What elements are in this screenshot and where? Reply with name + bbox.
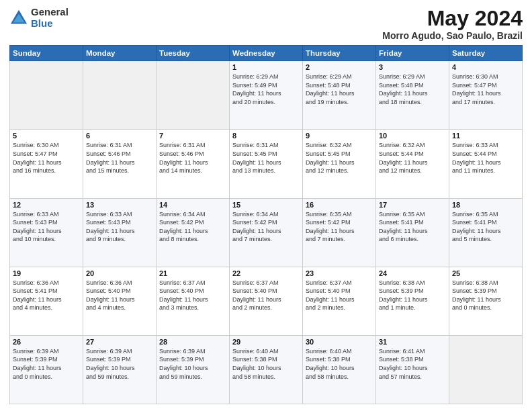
header-sunday: Sunday: [10, 46, 83, 61]
calendar-cell-w4-d4: 30Sunrise: 6:40 AMSunset: 5:38 PMDayligh…: [303, 335, 376, 404]
page: General Blue May 2024 Morro Agudo, Sao P…: [0, 0, 532, 411]
calendar-cell-w0-d0: [10, 61, 83, 130]
day-number-w2-d2: 14: [159, 201, 226, 209]
calendar-cell-w2-d4: 16Sunrise: 6:35 AMSunset: 5:42 PMDayligh…: [303, 198, 376, 267]
day-number-w4-d5: 31: [379, 338, 446, 346]
calendar-cell-w2-d2: 14Sunrise: 6:34 AMSunset: 5:42 PMDayligh…: [157, 198, 230, 267]
day-number-w1-d4: 9: [306, 132, 373, 140]
day-number-w3-d4: 23: [306, 269, 373, 277]
day-info-w2-d5: Sunrise: 6:35 AMSunset: 5:41 PMDaylight:…: [379, 210, 446, 244]
day-number-w4-d0: 26: [13, 338, 80, 346]
day-info-w1-d6: Sunrise: 6:33 AMSunset: 5:44 PMDaylight:…: [452, 141, 519, 175]
calendar-table: Sunday Monday Tuesday Wednesday Thursday…: [9, 45, 523, 404]
day-info-w0-d6: Sunrise: 6:30 AMSunset: 5:47 PMDaylight:…: [452, 73, 519, 106]
calendar-week-4: 26Sunrise: 6:39 AMSunset: 5:39 PMDayligh…: [10, 335, 523, 404]
calendar-cell-w1-d3: 8Sunrise: 6:31 AMSunset: 5:45 PMDaylight…: [230, 130, 303, 198]
logo: General Blue: [9, 7, 69, 29]
day-number-w2-d4: 16: [306, 201, 373, 209]
day-info-w2-d2: Sunrise: 6:34 AMSunset: 5:42 PMDaylight:…: [159, 210, 226, 244]
calendar-cell-w1-d5: 10Sunrise: 6:32 AMSunset: 5:44 PMDayligh…: [376, 130, 449, 198]
logo-text: General Blue: [31, 7, 69, 29]
day-number-w1-d6: 11: [452, 132, 519, 140]
day-number-w4-d3: 29: [232, 338, 300, 346]
day-info-w2-d3: Sunrise: 6:34 AMSunset: 5:42 PMDaylight:…: [232, 210, 300, 244]
calendar-cell-w1-d4: 9Sunrise: 6:32 AMSunset: 5:45 PMDaylight…: [303, 130, 376, 198]
calendar-cell-w1-d0: 5Sunrise: 6:30 AMSunset: 5:47 PMDaylight…: [10, 130, 83, 198]
day-info-w3-d4: Sunrise: 6:37 AMSunset: 5:40 PMDaylight:…: [306, 279, 373, 312]
day-number-w1-d3: 8: [232, 132, 300, 140]
day-number-w0-d6: 4: [452, 63, 519, 71]
calendar-week-1: 5Sunrise: 6:30 AMSunset: 5:47 PMDaylight…: [10, 130, 523, 198]
day-number-w3-d0: 19: [13, 269, 80, 277]
day-number-w0-d3: 1: [232, 63, 300, 71]
day-info-w2-d6: Sunrise: 6:35 AMSunset: 5:41 PMDaylight:…: [452, 210, 519, 244]
calendar-cell-w3-d5: 24Sunrise: 6:38 AMSunset: 5:39 PMDayligh…: [376, 267, 449, 335]
day-info-w1-d5: Sunrise: 6:32 AMSunset: 5:44 PMDaylight:…: [379, 141, 446, 175]
header-tuesday: Tuesday: [157, 46, 230, 61]
calendar-cell-w0-d1: [83, 61, 157, 130]
day-info-w4-d1: Sunrise: 6:39 AMSunset: 5:39 PMDaylight:…: [86, 347, 153, 381]
day-info-w2-d4: Sunrise: 6:35 AMSunset: 5:42 PMDaylight:…: [306, 210, 373, 244]
logo-general-text: General: [31, 7, 69, 18]
calendar-cell-w1-d2: 7Sunrise: 6:31 AMSunset: 5:46 PMDaylight…: [157, 130, 230, 198]
day-info-w4-d2: Sunrise: 6:39 AMSunset: 5:39 PMDaylight:…: [159, 347, 226, 381]
calendar-cell-w3-d0: 19Sunrise: 6:36 AMSunset: 5:41 PMDayligh…: [10, 267, 83, 335]
day-info-w3-d5: Sunrise: 6:38 AMSunset: 5:39 PMDaylight:…: [379, 279, 446, 312]
day-info-w4-d3: Sunrise: 6:40 AMSunset: 5:38 PMDaylight:…: [232, 347, 300, 381]
day-number-w2-d6: 18: [452, 201, 519, 209]
day-info-w3-d6: Sunrise: 6:38 AMSunset: 5:39 PMDaylight:…: [452, 279, 519, 312]
calendar-cell-w4-d2: 28Sunrise: 6:39 AMSunset: 5:39 PMDayligh…: [157, 335, 230, 404]
title-month: May 2024: [382, 7, 523, 30]
calendar-cell-w3-d6: 25Sunrise: 6:38 AMSunset: 5:39 PMDayligh…: [449, 267, 523, 335]
day-info-w3-d1: Sunrise: 6:36 AMSunset: 5:40 PMDaylight:…: [86, 279, 153, 312]
calendar-week-0: 1Sunrise: 6:29 AMSunset: 5:49 PMDaylight…: [10, 61, 523, 130]
day-number-w1-d1: 6: [86, 132, 153, 140]
calendar-header-row: Sunday Monday Tuesday Wednesday Thursday…: [10, 46, 523, 61]
calendar-week-3: 19Sunrise: 6:36 AMSunset: 5:41 PMDayligh…: [10, 267, 523, 335]
day-number-w2-d1: 13: [86, 201, 153, 209]
calendar-cell-w3-d3: 22Sunrise: 6:37 AMSunset: 5:40 PMDayligh…: [230, 267, 303, 335]
logo-blue-text: Blue: [31, 18, 69, 30]
calendar-cell-w0-d4: 2Sunrise: 6:29 AMSunset: 5:48 PMDaylight…: [303, 61, 376, 130]
calendar-cell-w1-d1: 6Sunrise: 6:31 AMSunset: 5:46 PMDaylight…: [83, 130, 157, 198]
calendar-cell-w4-d6: [449, 335, 523, 404]
calendar-cell-w4-d1: 27Sunrise: 6:39 AMSunset: 5:39 PMDayligh…: [83, 335, 157, 404]
calendar-cell-w2-d6: 18Sunrise: 6:35 AMSunset: 5:41 PMDayligh…: [449, 198, 523, 267]
header-thursday: Thursday: [303, 46, 376, 61]
day-info-w4-d4: Sunrise: 6:40 AMSunset: 5:38 PMDaylight:…: [306, 347, 373, 381]
calendar-cell-w2-d3: 15Sunrise: 6:34 AMSunset: 5:42 PMDayligh…: [230, 198, 303, 267]
calendar-cell-w3-d2: 21Sunrise: 6:37 AMSunset: 5:40 PMDayligh…: [157, 267, 230, 335]
day-info-w3-d0: Sunrise: 6:36 AMSunset: 5:41 PMDaylight:…: [13, 279, 80, 312]
day-number-w1-d2: 7: [159, 132, 226, 140]
day-number-w2-d3: 15: [232, 201, 300, 209]
day-info-w0-d3: Sunrise: 6:29 AMSunset: 5:49 PMDaylight:…: [232, 73, 300, 106]
day-number-w1-d5: 10: [379, 132, 446, 140]
day-info-w1-d2: Sunrise: 6:31 AMSunset: 5:46 PMDaylight:…: [159, 141, 226, 175]
day-number-w0-d4: 2: [306, 63, 373, 71]
calendar-cell-w0-d2: [157, 61, 230, 130]
day-number-w4-d2: 28: [159, 338, 226, 346]
day-info-w0-d4: Sunrise: 6:29 AMSunset: 5:48 PMDaylight:…: [306, 73, 373, 106]
day-info-w1-d4: Sunrise: 6:32 AMSunset: 5:45 PMDaylight:…: [306, 141, 373, 175]
day-info-w0-d5: Sunrise: 6:29 AMSunset: 5:48 PMDaylight:…: [379, 73, 446, 106]
day-info-w1-d0: Sunrise: 6:30 AMSunset: 5:47 PMDaylight:…: [13, 141, 80, 175]
day-info-w3-d3: Sunrise: 6:37 AMSunset: 5:40 PMDaylight:…: [232, 279, 300, 312]
calendar-cell-w0-d5: 3Sunrise: 6:29 AMSunset: 5:48 PMDaylight…: [376, 61, 449, 130]
calendar-cell-w0-d6: 4Sunrise: 6:30 AMSunset: 5:47 PMDaylight…: [449, 61, 523, 130]
day-number-w3-d1: 20: [86, 269, 153, 277]
day-number-w2-d5: 17: [379, 201, 446, 209]
calendar-cell-w3-d1: 20Sunrise: 6:36 AMSunset: 5:40 PMDayligh…: [83, 267, 157, 335]
calendar-cell-w0-d3: 1Sunrise: 6:29 AMSunset: 5:49 PMDaylight…: [230, 61, 303, 130]
day-number-w4-d1: 27: [86, 338, 153, 346]
calendar-cell-w3-d4: 23Sunrise: 6:37 AMSunset: 5:40 PMDayligh…: [303, 267, 376, 335]
day-number-w4-d4: 30: [306, 338, 373, 346]
header: General Blue May 2024 Morro Agudo, Sao P…: [9, 7, 523, 41]
calendar-week-2: 12Sunrise: 6:33 AMSunset: 5:43 PMDayligh…: [10, 198, 523, 267]
day-info-w4-d5: Sunrise: 6:41 AMSunset: 5:38 PMDaylight:…: [379, 347, 446, 381]
title-block: May 2024 Morro Agudo, Sao Paulo, Brazil: [382, 7, 523, 41]
calendar-cell-w2-d1: 13Sunrise: 6:33 AMSunset: 5:43 PMDayligh…: [83, 198, 157, 267]
calendar-cell-w4-d0: 26Sunrise: 6:39 AMSunset: 5:39 PMDayligh…: [10, 335, 83, 404]
calendar-cell-w4-d5: 31Sunrise: 6:41 AMSunset: 5:38 PMDayligh…: [376, 335, 449, 404]
day-info-w3-d2: Sunrise: 6:37 AMSunset: 5:40 PMDaylight:…: [159, 279, 226, 312]
header-saturday: Saturday: [449, 46, 523, 61]
